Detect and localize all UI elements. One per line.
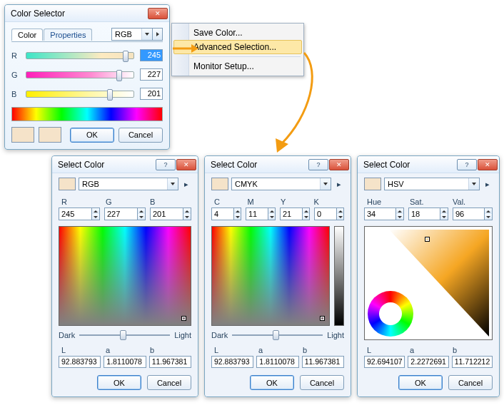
value-r[interactable]: 245 bbox=[140, 49, 163, 61]
lab-a-head: a bbox=[407, 346, 450, 354]
value-g[interactable]: 227 bbox=[140, 68, 163, 81]
ok-button[interactable]: OK bbox=[70, 128, 114, 143]
head-b: B bbox=[147, 198, 191, 206]
mode-combo[interactable]: RGB bbox=[111, 28, 153, 41]
select-color-title: Select Color bbox=[211, 160, 257, 170]
help-icon[interactable]: ? bbox=[308, 159, 328, 170]
mode-combo[interactable]: RGB bbox=[79, 178, 178, 190]
spin-m[interactable] bbox=[246, 208, 276, 220]
color-picker[interactable] bbox=[59, 226, 191, 326]
overflow-icon[interactable]: ▸ bbox=[181, 179, 191, 189]
value-b[interactable]: 201 bbox=[140, 88, 163, 100]
context-menu: Save Color... Advanced Selection... Moni… bbox=[171, 23, 304, 76]
spin-sat[interactable] bbox=[408, 208, 448, 220]
spin-val[interactable] bbox=[453, 208, 493, 220]
close-icon[interactable]: ✕ bbox=[329, 159, 349, 170]
lab-a-head: a bbox=[256, 346, 300, 354]
overflow-icon[interactable]: ▸ bbox=[483, 179, 493, 189]
hue-ring[interactable] bbox=[368, 291, 413, 337]
cancel-button[interactable]: Cancel bbox=[119, 128, 163, 143]
lab-a-head: a bbox=[103, 346, 147, 354]
ok-button[interactable]: OK bbox=[250, 375, 294, 390]
chevron-down-icon bbox=[468, 178, 479, 190]
color-picker[interactable] bbox=[211, 226, 330, 326]
lab-b[interactable]: 11.967381 bbox=[149, 356, 191, 368]
slider-b[interactable] bbox=[26, 91, 134, 98]
head-y: Y bbox=[278, 198, 311, 206]
chevron-down-icon bbox=[320, 178, 331, 190]
menu-save-color[interactable]: Save Color... bbox=[173, 26, 302, 40]
select-color-hsv-window: Select Color ? ✕ HSV ▸ Hue Sat. Val. bbox=[357, 155, 500, 397]
current-swatch bbox=[59, 178, 76, 190]
channel-r-label: R bbox=[11, 51, 20, 60]
channel-g-label: G bbox=[11, 71, 20, 79]
light-label: Light bbox=[327, 331, 344, 339]
previous-swatch bbox=[39, 127, 61, 143]
lab-L[interactable]: 92.694107 bbox=[364, 356, 405, 368]
lab-a[interactable]: 1.8110078 bbox=[104, 356, 146, 368]
mode-combo-label: RGB bbox=[82, 180, 167, 188]
head-r: R bbox=[59, 198, 103, 206]
hsv-picker[interactable] bbox=[364, 226, 493, 340]
spin-b[interactable] bbox=[150, 208, 191, 220]
lab-b-head: b bbox=[450, 346, 493, 354]
select-color-title: Select Color bbox=[58, 160, 104, 170]
lab-L-head: L bbox=[59, 346, 103, 354]
mode-combo-label: HSV bbox=[388, 180, 468, 188]
head-c: C bbox=[211, 198, 245, 206]
slider-r[interactable] bbox=[26, 52, 134, 59]
color-spectrum[interactable] bbox=[11, 107, 163, 121]
head-val: Val. bbox=[450, 198, 493, 206]
spin-r[interactable] bbox=[59, 208, 100, 220]
color-selector-window: Color Selector ✕ Color Properties RGB R … bbox=[4, 4, 170, 150]
slider-g[interactable] bbox=[26, 71, 134, 78]
head-sat: Sat. bbox=[407, 198, 450, 206]
spin-k[interactable] bbox=[314, 208, 344, 220]
light-label: Light bbox=[174, 331, 191, 339]
cancel-button[interactable]: Cancel bbox=[147, 375, 191, 390]
overflow-icon[interactable]: ▸ bbox=[334, 179, 344, 189]
ok-button[interactable]: OK bbox=[398, 375, 443, 390]
cancel-button[interactable]: Cancel bbox=[448, 375, 493, 390]
spin-hue[interactable] bbox=[364, 208, 404, 220]
spin-y[interactable] bbox=[280, 208, 310, 220]
k-bar[interactable] bbox=[334, 226, 344, 326]
lab-a[interactable]: 2.2272691 bbox=[408, 356, 448, 368]
mode-combo-label: CMYK bbox=[235, 180, 320, 188]
close-icon[interactable]: ✕ bbox=[176, 159, 196, 170]
help-icon[interactable]: ? bbox=[156, 159, 176, 170]
select-color-cmyk-window: Select Color ? ✕ CMYK ▸ C M Y K bbox=[204, 155, 351, 397]
menu-advanced-selection[interactable]: Advanced Selection... bbox=[173, 40, 302, 54]
brightness-slider[interactable] bbox=[232, 330, 323, 340]
head-hue: Hue bbox=[364, 198, 407, 206]
lab-b[interactable]: 11.967381 bbox=[302, 356, 344, 368]
lab-b-head: b bbox=[147, 346, 191, 354]
head-m: M bbox=[245, 198, 278, 206]
brightness-slider[interactable] bbox=[79, 330, 170, 340]
chevron-right-icon bbox=[156, 32, 159, 36]
close-icon[interactable]: ✕ bbox=[478, 159, 498, 170]
help-icon[interactable]: ? bbox=[457, 159, 477, 170]
channel-b-label: B bbox=[11, 90, 20, 98]
current-swatch bbox=[211, 178, 228, 190]
spin-c[interactable] bbox=[211, 208, 241, 220]
select-color-rgb-window: Select Color ? ✕ RGB ▸ R G B Da bbox=[51, 155, 198, 397]
overflow-menu-button[interactable] bbox=[153, 28, 163, 41]
mode-combo[interactable]: CMYK bbox=[231, 178, 331, 190]
lab-L-head: L bbox=[211, 346, 256, 354]
cancel-button[interactable]: Cancel bbox=[300, 375, 344, 390]
tab-properties[interactable]: Properties bbox=[44, 29, 92, 41]
tab-color[interactable]: Color bbox=[11, 29, 43, 41]
chevron-down-icon bbox=[141, 29, 152, 40]
dark-label: Dark bbox=[211, 331, 228, 339]
lab-L-head: L bbox=[364, 346, 407, 354]
mode-combo[interactable]: HSV bbox=[384, 178, 480, 190]
lab-a[interactable]: 1.8110078 bbox=[256, 356, 298, 368]
lab-L[interactable]: 92.883793 bbox=[211, 356, 253, 368]
spin-g[interactable] bbox=[104, 208, 146, 220]
menu-monitor-setup[interactable]: Monitor Setup... bbox=[173, 59, 302, 73]
ok-button[interactable]: OK bbox=[97, 375, 141, 390]
close-icon[interactable]: ✕ bbox=[148, 8, 168, 19]
lab-b[interactable]: 11.712212 bbox=[452, 356, 493, 368]
lab-L[interactable]: 92.883793 bbox=[59, 356, 101, 368]
